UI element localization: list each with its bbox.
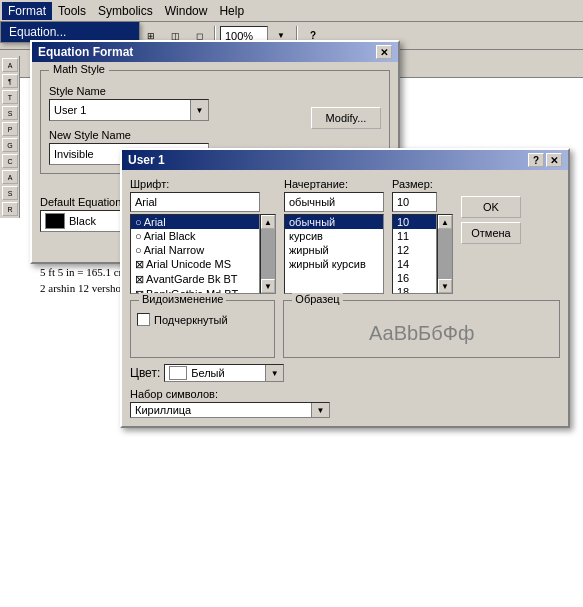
- sidebar-icons: A ¶ T S P G C A S R: [0, 56, 20, 218]
- underline-label: Подчеркнутый: [154, 314, 228, 326]
- eq-format-title: Equation Format: [38, 45, 133, 59]
- size-listbox[interactable]: 10 11 12 14 16 18: [392, 214, 437, 294]
- font-col-label: Шрифт:: [130, 178, 276, 190]
- view-section-title: Видоизменение: [139, 293, 226, 305]
- preview-box: АаBbБбФф: [290, 313, 553, 353]
- size-scroll-track: [438, 229, 452, 279]
- style-input[interactable]: обычный: [284, 192, 384, 212]
- style-item-bold[interactable]: жирный: [285, 243, 383, 257]
- menu-symbolics[interactable]: Symbolics: [92, 2, 159, 20]
- style-item-italic[interactable]: курсив: [285, 229, 383, 243]
- font-input-value: Arial: [135, 196, 157, 208]
- size-item-12[interactable]: 12: [393, 243, 436, 257]
- font-item-avantgarde[interactable]: ⊠AvantGarde Bk BT: [131, 272, 259, 287]
- size-scroll-down[interactable]: ▼: [438, 279, 452, 293]
- size-item-18[interactable]: 18: [393, 285, 436, 294]
- font-item-arial-narrow[interactable]: ○Arial Narrow: [131, 243, 259, 257]
- size-item-14[interactable]: 14: [393, 257, 436, 271]
- color-row-label: Цвет:: [130, 366, 160, 380]
- font-col: Шрифт: Arial ○Arial ○Arial Black ○Arial …: [130, 178, 276, 294]
- font-scroll-up[interactable]: ▲: [261, 215, 275, 229]
- menu-window[interactable]: Window: [159, 2, 214, 20]
- size-scrollbar[interactable]: ▲ ▼: [437, 214, 453, 294]
- math-style-label: Math Style: [49, 63, 109, 75]
- font-item-arial-unicode[interactable]: ⊠Arial Unicode MS: [131, 257, 259, 272]
- side-btn-4[interactable]: S: [2, 106, 18, 120]
- user1-body: Шрифт: Arial ○Arial ○Arial Black ○Arial …: [122, 170, 568, 426]
- color-label-user1: Белый: [191, 367, 224, 379]
- font-scroll-track: [261, 229, 275, 279]
- style-col: Начертание: обычный обычный курсив жирны…: [284, 178, 384, 294]
- size-item-10[interactable]: 10: [393, 215, 436, 229]
- color-row: Цвет: Белый ▼: [130, 364, 560, 382]
- titlebar-right: ? ✕: [528, 153, 562, 167]
- style-name-arrow[interactable]: ▼: [190, 100, 208, 120]
- charset-arrow[interactable]: ▼: [311, 403, 329, 417]
- side-btn-7[interactable]: C: [2, 154, 18, 168]
- menu-tools[interactable]: Tools: [52, 2, 92, 20]
- user1-cancel[interactable]: Отмена: [461, 222, 521, 244]
- style-name-value: User 1: [54, 104, 86, 116]
- font-scroll-down[interactable]: ▼: [261, 279, 275, 293]
- color-swatch-user1: [169, 366, 187, 380]
- user1-titlebar: User 1 ? ✕: [122, 150, 568, 170]
- preview-text: АаBbБбФф: [369, 322, 474, 345]
- font-scrollbar[interactable]: ▲ ▼: [260, 214, 276, 294]
- font-item-arial-black[interactable]: ○Arial Black: [131, 229, 259, 243]
- user1-ok[interactable]: OK: [461, 196, 521, 218]
- color-swatch: [45, 213, 65, 229]
- style-listbox[interactable]: обычный курсив жирный жирный курсив: [284, 214, 384, 294]
- modify-button[interactable]: Modify...: [311, 107, 381, 129]
- side-btn-6[interactable]: G: [2, 138, 18, 152]
- preview-section-title: Образец: [292, 293, 342, 305]
- view-section: Видоизменение Подчеркнутый: [130, 300, 275, 358]
- color-label: Black: [69, 215, 96, 227]
- style-name-label: Style Name: [49, 85, 303, 97]
- user1-close[interactable]: ✕: [546, 153, 562, 167]
- side-btn-9[interactable]: S: [2, 186, 18, 200]
- side-btn-10[interactable]: R: [2, 202, 18, 216]
- underline-checkbox[interactable]: [137, 313, 150, 326]
- side-btn-1[interactable]: A: [2, 58, 18, 72]
- style-item-bold-italic[interactable]: жирный курсив: [285, 257, 383, 271]
- style-col-label: Начертание:: [284, 178, 384, 190]
- font-input[interactable]: Arial: [130, 192, 260, 212]
- new-style-name-label: New Style Name: [49, 129, 303, 141]
- size-scroll-up[interactable]: ▲: [438, 215, 452, 229]
- size-item-11[interactable]: 11: [393, 229, 436, 243]
- style-name-select[interactable]: User 1 ▼: [49, 99, 209, 121]
- equation-menu-item[interactable]: Equation...: [1, 22, 139, 42]
- underline-row: Подчеркнутый: [137, 313, 268, 326]
- size-input-value: 10: [397, 196, 409, 208]
- size-col-label: Размер:: [392, 178, 453, 190]
- menu-help[interactable]: Help: [213, 2, 250, 20]
- side-btn-5[interactable]: P: [2, 122, 18, 136]
- side-btn-3[interactable]: T: [2, 90, 18, 104]
- charset-row: Набор символов: Кириллица ▼: [130, 388, 560, 418]
- font-row: Шрифт: Arial ○Arial ○Arial Black ○Arial …: [130, 178, 560, 294]
- style-input-value: обычный: [289, 196, 335, 208]
- section-row: Видоизменение Подчеркнутый Образец АаBbБ…: [130, 300, 560, 358]
- side-btn-8[interactable]: A: [2, 170, 18, 184]
- eq-format-close[interactable]: ✕: [376, 45, 392, 59]
- user1-question[interactable]: ?: [528, 153, 544, 167]
- menu-format[interactable]: Format: [2, 2, 52, 20]
- size-col: Размер: 10 10 11 12 14 16 18 ▲: [392, 178, 453, 294]
- charset-label: Набор символов:: [130, 388, 560, 400]
- user1-title: User 1: [128, 153, 165, 167]
- menubar: Format Tools Symbolics Window Help: [0, 0, 583, 22]
- style-item-normal[interactable]: обычный: [285, 215, 383, 229]
- user1-dialog: User 1 ? ✕ Шрифт: Arial ○Arial ○: [120, 148, 570, 428]
- eq-format-titlebar: Equation Format ✕: [32, 42, 398, 62]
- font-listbox[interactable]: ○Arial ○Arial Black ○Arial Narrow ⊠Arial…: [130, 214, 260, 294]
- size-input[interactable]: 10: [392, 192, 437, 212]
- color-arrow-user1[interactable]: ▼: [265, 365, 283, 381]
- new-style-name-value: Invisible: [54, 148, 94, 160]
- size-item-16[interactable]: 16: [393, 271, 436, 285]
- preview-section: Образец АаBbБбФф: [283, 300, 560, 358]
- font-item-arial[interactable]: ○Arial: [131, 215, 259, 229]
- side-btn-2[interactable]: ¶: [2, 74, 18, 88]
- charset-value: Кириллица: [135, 404, 191, 416]
